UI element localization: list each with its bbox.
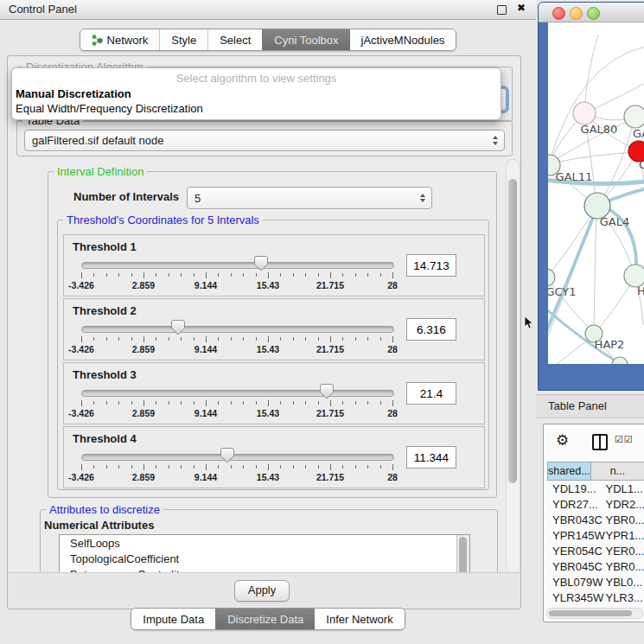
table-data-selected: galFiltered.sif default node [25,134,493,147]
table-hscrollbar[interactable] [546,608,643,619]
tick-label: 28 [387,408,398,418]
float-window-icon[interactable] [497,5,507,15]
threshold-panel: Threshold 3 -3.4262.8599.14415.4321.7152… [63,362,485,424]
column-header-shared-name[interactable]: shared... [547,462,591,481]
option-manual-discretization[interactable]: Manual Discretization [16,87,131,100]
settings-scrollbar[interactable] [506,159,520,574]
table-panel-toolbar: ⚙ ☑☑ [544,424,644,461]
tick-label: 9.144 [194,472,217,482]
apply-row: Apply [8,572,520,609]
number-of-intervals-label: Number of Intervals [73,190,179,203]
slider-thumb[interactable] [320,384,334,399]
threshold-slider[interactable]: -3.4262.8599.14415.4321.71528 [81,320,392,354]
slider-track[interactable] [81,262,394,269]
table-row[interactable]: YPR145WYPR1... [547,528,644,544]
attribute-list-item[interactable]: BetweennessCentrality [60,566,469,572]
slider-track[interactable] [81,390,394,397]
network-node-label: GAL11 [556,170,593,183]
threshold-value-field[interactable] [406,318,456,341]
threshold-label: Threshold 4 [73,432,137,445]
tab-infer-network[interactable]: Infer Network [315,609,404,629]
attributes-scrollbar[interactable] [456,535,469,572]
numerical-attributes-list[interactable]: SelfLoopsTopologicalCoefficientBetweenne… [59,534,470,572]
network-node-label: H [637,284,644,297]
table-panel-titlebar: Table Panel [536,394,644,418]
network-node[interactable] [624,105,644,128]
slider-ticks [81,464,392,471]
network-node-label: C [639,158,644,171]
table-data-combobox[interactable]: galFiltered.sif default node [24,130,505,151]
scrollbar-thumb[interactable] [459,537,467,572]
algorithm-dropdown-popup: Select algorithm to view settings Manual… [11,67,501,120]
threshold-panel: Threshold 1 -3.4262.8599.14415.4321.7152… [63,234,485,296]
control-panel-titlebar: Control Panel ✖ [0,0,536,20]
threshold-value-field[interactable] [406,254,456,277]
tab-jactivemnodules[interactable]: jActiveMNodules [350,29,456,50]
attribute-list-item[interactable]: TopologicalCoefficient [60,551,469,566]
tick-label: 2.859 [132,408,155,418]
tick-label: 28 [387,472,398,482]
network-node-label: GAL80 [581,123,618,136]
table-row[interactable]: YBR043CYBR0... [547,513,644,528]
threshold-value-field[interactable] [406,382,456,405]
network-tab-icon [92,35,103,46]
gear-icon[interactable]: ⚙ [556,431,569,449]
threshold-slider[interactable]: -3.4262.8599.14415.4321.71528 [81,384,392,418]
column-header-name[interactable]: n... [591,462,644,481]
tick-label: 21.715 [316,280,344,290]
table-row[interactable]: YDR27...YDR2... [547,497,644,513]
split-view-icon[interactable] [592,434,608,450]
network-node[interactable] [548,269,555,286]
tab-cyni-toolbox[interactable]: Cyni Toolbox [262,29,349,50]
interval-definition-group: Interval Definition Number of Intervals … [48,171,497,498]
zoom-traffic-light-icon[interactable] [587,7,600,20]
table-row[interactable]: YLR345WYLR3... [547,590,644,606]
numerical-attributes-heading: Numerical Attributes [44,519,154,532]
table-row[interactable]: YDL19...YDL1... [547,481,644,497]
tab-select[interactable]: Select [207,29,262,50]
slider-track[interactable] [81,454,394,461]
slider-thumb[interactable] [254,256,268,271]
table-row[interactable]: YBL079WYBL0... [547,575,644,590]
tab-discretize-data[interactable]: Discretize Data [215,609,315,629]
tick-label: 15.43 [257,344,279,354]
stepper-icon[interactable] [420,194,425,203]
checkbox-icons[interactable]: ☑☑ [615,434,634,445]
threshold-slider[interactable]: -3.4262.8599.14415.4321.71528 [81,448,392,482]
minimize-traffic-light-icon[interactable] [570,7,583,20]
table-row[interactable]: YBR045CYBR0... [547,559,644,575]
tab-style[interactable]: Style [159,29,207,50]
network-node-label: HAP2 [595,338,625,351]
tick-label: 15.43 [257,472,279,482]
scrollbar-thumb[interactable] [549,610,632,616]
settings-viewport: Interval Definition Number of Intervals … [10,159,505,572]
table-row[interactable]: YER054CYER0... [547,544,644,559]
network-node[interactable] [612,357,628,364]
threshold-label: Threshold 1 [73,240,137,253]
tab-network[interactable]: Network [80,29,160,50]
attribute-list-item[interactable]: SelfLoops [60,535,469,551]
stepper-icon[interactable] [493,136,498,145]
close-traffic-light-icon[interactable] [552,7,565,20]
network-node[interactable] [573,102,596,124]
network-view-window: GAL80GACGAL11GAL4GCY1HHAP2 [538,2,644,391]
scrollbar-thumb[interactable] [508,179,517,483]
apply-button[interactable]: Apply [234,580,290,602]
attributes-group-title: Attributes to discretize [46,503,163,516]
table-panel-title: Table Panel [548,399,607,412]
network-canvas[interactable]: GAL80GACGAL11GAL4GCY1HHAP2 [548,22,644,364]
tick-label: 9.144 [194,344,217,354]
network-edge [551,152,638,163]
threshold-slider[interactable]: -3.4262.8599.14415.4321.71528 [81,256,392,290]
slider-track[interactable] [81,326,394,333]
tick-label: 21.715 [316,344,344,354]
option-equal-width-frequency[interactable]: Equal Width/Frequency Discretization [16,102,203,115]
tab-impute-data[interactable]: Impute Data [131,609,215,629]
close-icon[interactable]: ✖ [517,2,526,14]
slider-thumb[interactable] [220,448,234,463]
slider-thumb[interactable] [171,320,185,335]
interval-definition-title: Interval Definition [54,165,147,178]
number-of-intervals-combobox[interactable]: 5 [187,187,432,209]
cyni-toolbox-panel: Discretization Algorithm Table Data galF… [7,55,521,609]
threshold-value-field[interactable] [406,446,456,469]
